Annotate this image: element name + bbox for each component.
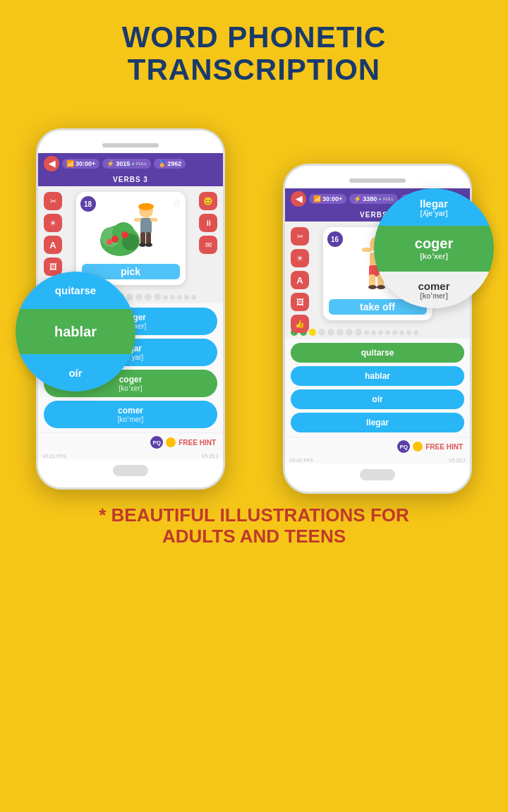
home-btn-right[interactable] bbox=[360, 469, 395, 480]
word-circle-right: llegar [ʎjeˈyar] coger [koˈxer] comer [k… bbox=[374, 188, 494, 308]
sun-btn-left[interactable]: ☀ bbox=[44, 214, 62, 232]
main-title: WORD PHONETIC TRANSCRIPTION bbox=[0, 0, 508, 100]
scissors-btn-right[interactable]: ✂ bbox=[291, 227, 309, 246]
svg-point-6 bbox=[107, 239, 112, 245]
hint-bar-right: PQ FREE HINT bbox=[285, 437, 470, 457]
progress-dots-right bbox=[285, 326, 470, 339]
timer-badge-right: 📶 30:00+ bbox=[309, 194, 346, 204]
circle-right-phonetic-3: [koˈmer] bbox=[420, 292, 448, 300]
hint-coin-right bbox=[413, 442, 423, 452]
word-circle-left: quitarse hablar oír bbox=[16, 272, 135, 392]
score-badge-right: ⚡ 3380 + FULL bbox=[349, 194, 398, 204]
score-badge-left: ⚡ 3015 + FULL bbox=[102, 159, 151, 169]
pause-btn-left[interactable]: ⏸ bbox=[199, 214, 217, 232]
hint-text-left[interactable]: FREE HINT bbox=[179, 439, 216, 447]
option-4-right[interactable]: llegar bbox=[291, 413, 464, 432]
font-btn-left[interactable]: A bbox=[44, 236, 62, 254]
lightning-icon-right: ⚡ bbox=[353, 195, 361, 202]
option-2-right[interactable]: hablar bbox=[291, 366, 464, 386]
phone-home-right bbox=[285, 463, 470, 492]
hint-coin-left bbox=[166, 437, 176, 447]
image-btn-right[interactable]: 🖼 bbox=[291, 293, 309, 311]
phone-speaker-right bbox=[285, 166, 470, 188]
font-btn-right[interactable]: A bbox=[291, 271, 309, 289]
card-image-left bbox=[82, 198, 180, 261]
face-btn-left[interactable]: 😊 bbox=[199, 192, 217, 210]
hint-icon-left: PQ bbox=[150, 436, 163, 449]
circle-right-word-3: comer bbox=[418, 280, 449, 292]
lightning-icon-left: ⚡ bbox=[107, 160, 114, 167]
coins-badge-left: 🏅 2962 bbox=[154, 159, 186, 169]
hint-bar-left: PQ FREE HINT bbox=[38, 432, 223, 453]
speaker-bar-left bbox=[102, 143, 159, 147]
option-4-left[interactable]: comer [koˈmer] bbox=[44, 401, 217, 428]
card-number-left: 18 bbox=[80, 196, 96, 212]
svg-rect-10 bbox=[140, 218, 152, 234]
flashcard-left: 18 ☆ bbox=[76, 192, 186, 285]
tagline-line2: ADULTS AND TEENS bbox=[14, 526, 494, 547]
svg-point-5 bbox=[121, 231, 128, 238]
back-button-left[interactable]: ◀ bbox=[44, 156, 59, 171]
home-btn-left[interactable] bbox=[113, 465, 148, 476]
svg-rect-25 bbox=[362, 248, 372, 252]
hint-icon-right: PQ bbox=[397, 440, 410, 453]
svg-point-4 bbox=[111, 236, 119, 243]
svg-point-23 bbox=[368, 285, 377, 289]
main-container: WORD PHONETIC TRANSCRIPTION ◀ 📶 30:00+ bbox=[0, 0, 508, 812]
circle-right-phonetic-1: [ʎjeˈyar] bbox=[420, 210, 447, 217]
star-icon-left[interactable]: ☆ bbox=[171, 196, 181, 210]
scissors-btn-left[interactable]: ✂ bbox=[44, 192, 62, 210]
back-button-right[interactable]: ◀ bbox=[291, 191, 306, 207]
phone-speaker-left bbox=[38, 131, 223, 153]
thumb-btn-right[interactable]: 👍 bbox=[291, 315, 309, 333]
svg-rect-9 bbox=[139, 205, 153, 208]
circle-left-word-2: hablar bbox=[54, 324, 97, 340]
fps-right: V0.42 FPS V5.29.2 bbox=[285, 457, 470, 463]
card-number-right: 16 bbox=[327, 231, 343, 247]
medal-icon-left: 🏅 bbox=[158, 160, 166, 167]
bottom-tagline: * BEAUTIFUL ILLUSTRATIONS FOR ADULTS AND… bbox=[0, 494, 508, 562]
option-1-right[interactable]: quitarse bbox=[291, 343, 464, 363]
svg-rect-14 bbox=[150, 218, 157, 222]
timer-badge-left: 📶 30:00+ bbox=[62, 159, 99, 169]
circle-left-word-3: oír bbox=[68, 367, 82, 379]
fps-left: V0.21 FPS V5.29.2 bbox=[38, 453, 223, 459]
mail-btn-left[interactable]: ✉ bbox=[199, 236, 217, 254]
speaker-bar-right bbox=[349, 178, 406, 183]
side-buttons-right-left: 😊 ⏸ ✉ bbox=[199, 192, 217, 254]
circle-right-word-2: coger bbox=[415, 236, 453, 252]
tagline-line1: * BEAUTIFUL ILLUSTRATIONS FOR bbox=[14, 505, 494, 526]
wifi-icon: 📶 bbox=[66, 160, 74, 167]
status-bar-left: ◀ 📶 30:00+ ⚡ 3015 + FULL 🏅 2962 bbox=[38, 153, 223, 174]
options-area-right: quitarse hablar oír llegar bbox=[285, 339, 470, 437]
svg-point-16 bbox=[145, 243, 152, 247]
svg-point-15 bbox=[139, 243, 146, 247]
phone-home-left bbox=[38, 459, 223, 487]
wifi-icon-right: 📶 bbox=[313, 195, 321, 202]
hint-text-right[interactable]: FREE HINT bbox=[425, 443, 463, 451]
svg-point-24 bbox=[377, 285, 385, 289]
circle-right-phonetic-2: [koˈxer] bbox=[420, 252, 448, 261]
section-label-left: VERBS 3 bbox=[38, 174, 223, 186]
svg-rect-13 bbox=[134, 218, 141, 222]
sun-btn-right[interactable]: ☀ bbox=[291, 249, 309, 267]
circle-right-word-1: llegar bbox=[420, 198, 448, 210]
circle-left-word-1: quitarse bbox=[55, 284, 96, 296]
side-buttons-left-right: ✂ ☀ A 🖼 👍 bbox=[291, 227, 309, 333]
option-3-right[interactable]: oír bbox=[291, 389, 464, 409]
